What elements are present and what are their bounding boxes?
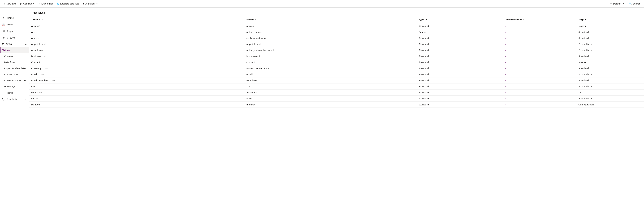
sidebar-item-label: Connections [4,73,18,76]
check-icon: ✓ [505,91,507,94]
check-icon: ✓ [505,37,507,39]
cell-name: customeraddress [244,35,416,41]
sidebar-item-gateways[interactable]: Gateways [0,84,29,90]
sidebar-item-learn[interactable]: 📖 Learn [0,21,29,28]
table-row[interactable]: Attachment ··· activitymimeattachment St… [29,47,644,53]
table-row[interactable]: Appointment ··· appointment Standard ✓ P… [29,41,644,47]
col-header-table[interactable]: Table ↑ ↓ [29,17,244,23]
col-header-type[interactable]: Type ∨ [416,17,503,23]
sidebar-item-apps[interactable]: ⊞ Apps [0,28,29,34]
sidebar-item-home[interactable]: ⌂ Home [0,15,29,21]
row-menu-button[interactable]: ··· [43,24,48,28]
row-menu-button[interactable]: ··· [40,73,45,76]
row-menu-button[interactable]: ··· [47,48,52,52]
sidebar-item-custom-connectors[interactable]: Custom Connectors [0,77,29,84]
table-row[interactable]: Letter ··· letter Standard ✓ Productivit… [29,96,644,102]
row-menu-button[interactable]: ··· [42,30,47,34]
sidebar-item-choices[interactable]: Choices [0,53,29,59]
flows-icon: ⤷ [2,91,5,94]
row-menu-button[interactable]: ··· [49,54,54,58]
hamburger-button[interactable]: ☰ [0,7,29,15]
table-row[interactable]: Address ··· customeraddress Standard ✓ S… [29,35,644,41]
col-header-name[interactable]: Name ∨ [244,17,416,23]
row-menu-button[interactable]: ··· [48,42,54,46]
table-name: Contact [31,61,40,64]
tags-sort-icon: ∨ [585,18,587,21]
table-name: Attachment [31,49,44,52]
cell-type: Standard [416,84,503,90]
new-table-button[interactable]: ＋ New table [2,1,18,6]
table-row[interactable]: Account ··· account Standard ✓ Master [29,23,644,29]
export-icon: ⇥ [38,2,40,5]
cell-tags: Standard [576,29,644,35]
cell-tags: Master [576,23,644,29]
table-row[interactable]: Mailbox ··· mailbox Standard ✓ Configura… [29,102,644,108]
sidebar-item-chatbots[interactable]: 💬 Chatbots ∨ [0,96,29,103]
check-icon: ✓ [505,73,507,76]
cell-customizable: ✓ [502,35,576,41]
cell-type: Standard [416,47,503,53]
cell-type: Standard [416,59,503,65]
check-icon: ✓ [505,85,507,88]
cell-name: contact [244,59,416,65]
col-header-customizable[interactable]: Customizable ∨ [502,17,576,23]
cell-type: Custom [416,29,503,35]
ai-builder-button[interactable]: ✦ AI Builder ▾ [81,1,99,6]
export-data-button[interactable]: ⇥ Export data [37,1,55,6]
table-row[interactable]: Activity ··· activitypointer Custom ✓ St… [29,29,644,35]
table-row[interactable]: Email Template ··· template Standard ✓ S… [29,77,644,84]
table-row[interactable]: Feedback ··· feedback Standard ✓ KB [29,90,644,96]
cell-name: businessunit [244,53,416,59]
cell-tags: Standard [576,77,644,84]
database-icon: 🗄 [20,2,22,5]
cell-tags: Standard [576,35,644,41]
cell-tags: Master [576,59,644,65]
cell-customizable: ✓ [502,47,576,53]
cell-table: Email ··· [29,71,244,77]
chatbots-expand-icon: ∨ [25,98,27,101]
table-row[interactable]: Currency ··· transactioncurrency Standar… [29,65,644,71]
get-data-button[interactable]: 🗄 Get data ▾ [18,1,36,6]
row-menu-button[interactable]: ··· [51,79,56,82]
row-menu-button[interactable]: ··· [38,85,43,88]
cell-table: Attachment ··· [29,47,244,53]
type-sort-icon: ∨ [425,18,427,21]
export-lake-button[interactable]: 💧 Export to data lake [54,1,80,6]
sidebar-item-create[interactable]: + Create [0,34,29,41]
table-name: Feedback [31,91,42,94]
check-icon: ✓ [505,79,507,82]
table-row[interactable]: Contact ··· contact Standard ✓ Master [29,59,644,65]
cell-tags: Productivity [576,71,644,77]
table-name: Fax [31,85,35,88]
search-button[interactable]: 🔍 Search [627,1,642,6]
sidebar-item-dataflows[interactable]: Dataflows [0,59,29,65]
row-menu-button[interactable]: ··· [44,67,49,70]
sidebar-item-flows[interactable]: ⤷ Flows [0,90,29,96]
cell-customizable: ✓ [502,96,576,102]
cell-customizable: ✓ [502,59,576,65]
sidebar-section-data[interactable]: ⊟ Data ∧ [0,41,29,47]
sidebar-item-connections[interactable]: Connections [0,71,29,77]
row-menu-button[interactable]: ··· [45,91,50,94]
row-menu-button[interactable]: ··· [43,61,48,64]
col-header-tags[interactable]: Tags ∨ [576,17,644,23]
cell-type: Standard [416,96,503,102]
default-button[interactable]: ≡ Default ▾ [608,1,626,6]
row-menu-button[interactable]: ··· [41,97,46,100]
table-row[interactable]: Email ··· email Standard ✓ Productivity [29,71,644,77]
cell-table: Account ··· [29,23,244,29]
ai-icon: ✦ [82,2,84,5]
cell-tags: Standard [576,53,644,59]
sidebar-item-export-lake[interactable]: Export to data lake [0,65,29,71]
sidebar-item-label: Flows [7,92,14,94]
table-row[interactable]: Business Unit ··· businessunit Standard … [29,53,644,59]
tables-table: Table ↑ ↓ Name ∨ Type ∨ Customizable ∨ T [29,17,644,108]
cell-type: Standard [416,65,503,71]
cell-tags: KB [576,90,644,96]
cell-customizable: ✓ [502,23,576,29]
row-menu-button[interactable]: ··· [43,36,48,40]
table-row[interactable]: Fax ··· fax Standard ✓ Productivity [29,84,644,90]
table-name: Activity [31,31,40,33]
sidebar-item-tables[interactable]: Tables [0,47,29,53]
row-menu-button[interactable]: ··· [43,103,48,106]
